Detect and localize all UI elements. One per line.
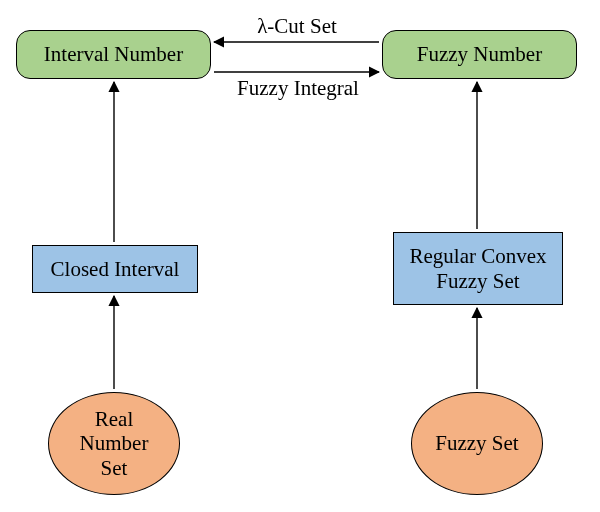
node-label: Fuzzy Set bbox=[435, 431, 518, 455]
node-fuzzy-set: Fuzzy Set bbox=[411, 392, 543, 495]
edge-label-fuzzy-integral: Fuzzy Integral bbox=[228, 76, 368, 101]
node-label: Closed Interval bbox=[51, 257, 180, 281]
node-fuzzy-number: Fuzzy Number bbox=[382, 30, 577, 79]
node-interval-number: Interval Number bbox=[16, 30, 211, 79]
edge-label-lambda-cut: λ-Cut Set bbox=[244, 14, 350, 39]
node-label: Fuzzy Number bbox=[417, 42, 542, 66]
node-regular-convex-fuzzy-set: Regular Convex Fuzzy Set bbox=[393, 232, 563, 305]
node-label: Regular Convex Fuzzy Set bbox=[409, 244, 546, 292]
node-label: Interval Number bbox=[44, 42, 183, 66]
node-label: Real Number Set bbox=[80, 407, 149, 479]
diagram-canvas: Interval Number Fuzzy Number λ-Cut Set F… bbox=[0, 0, 600, 512]
node-real-number-set: Real Number Set bbox=[48, 392, 180, 495]
node-closed-interval: Closed Interval bbox=[32, 245, 198, 293]
